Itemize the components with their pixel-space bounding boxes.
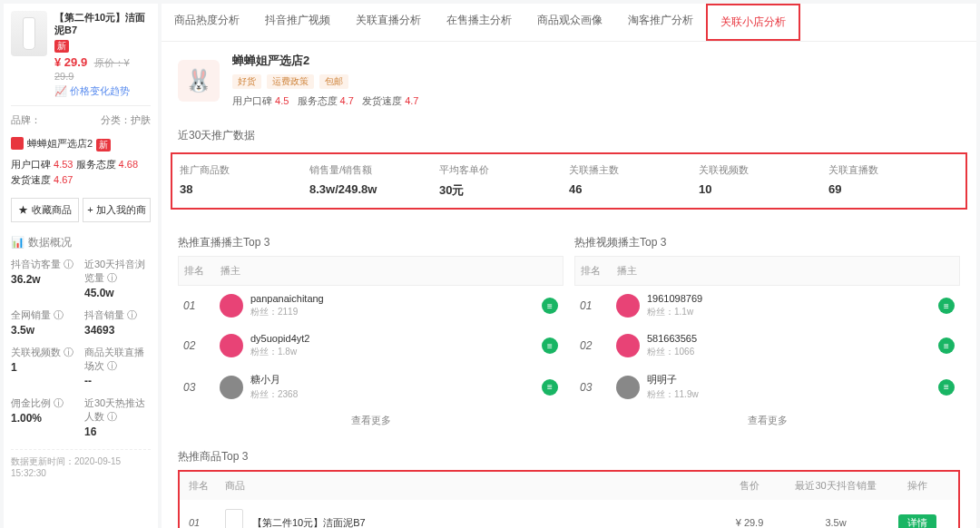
kpi-row: 推广商品数38销售量/销售额8.3w/249.8w平均客单价30元关联播主数46… bbox=[171, 152, 967, 210]
shop-icon bbox=[11, 137, 24, 150]
avatar bbox=[220, 376, 243, 399]
left-sidebar: 【第二件10元】洁面泥B7 新 ¥ 29.9 原价：¥ 29.9 📈 价格变化趋… bbox=[4, 4, 158, 528]
stat-value: 16 bbox=[84, 425, 151, 438]
go-icon[interactable]: ≡ bbox=[938, 379, 955, 396]
stat-value: 45.0w bbox=[84, 287, 151, 299]
overview-title: 📊 数据概况 bbox=[11, 235, 151, 250]
anchor-row[interactable]: 03糖小月粉丝：2368≡ bbox=[178, 366, 564, 408]
tab-4[interactable]: 商品观众画像 bbox=[524, 4, 615, 41]
avatar bbox=[220, 294, 243, 318]
store-name: 蝉蝉姐严选店2 bbox=[232, 53, 418, 69]
product-thumb bbox=[11, 11, 47, 56]
go-icon[interactable]: ≡ bbox=[542, 379, 558, 396]
stat-label: 关联视频数 ⓘ bbox=[11, 346, 77, 359]
stat-label: 佣金比例 ⓘ bbox=[11, 396, 77, 410]
shop-link[interactable]: 蝉蝉姐严选店2 新 bbox=[11, 136, 151, 152]
top-video-title: 热推视频播主Top 3 bbox=[574, 230, 960, 256]
anchor-row[interactable]: 02dy5uopid4yt2粉丝：1.8w≡ bbox=[178, 326, 564, 366]
stat-label: 近30天抖音浏览量 ⓘ bbox=[84, 258, 151, 285]
avatar bbox=[616, 334, 640, 357]
kpi-section-title: 近30天推广数据 bbox=[162, 119, 976, 147]
avatar bbox=[616, 376, 640, 399]
stat-value: 36.2w bbox=[11, 273, 77, 286]
tab-5[interactable]: 淘客推广分析 bbox=[615, 4, 706, 41]
avatar bbox=[616, 294, 640, 318]
favorite-button[interactable]: ★ 收藏商品 bbox=[11, 198, 79, 222]
goods-title: 热推商品Top 3 bbox=[178, 444, 960, 470]
avatar bbox=[220, 334, 243, 357]
tabs: 商品热度分析抖音推广视频关联直播分析在售播主分析商品观众画像淘客推广分析关联小店… bbox=[162, 4, 976, 42]
price-trend-link[interactable]: 📈 价格变化趋势 bbox=[54, 84, 151, 98]
update-time: 数据更新时间：2020-09-15 15:32:30 bbox=[11, 449, 151, 478]
stat-value: 1.00% bbox=[11, 412, 77, 425]
go-icon[interactable]: ≡ bbox=[938, 298, 955, 314]
store-tag: 包邮 bbox=[319, 74, 348, 89]
tab-1[interactable]: 抖音推广视频 bbox=[252, 4, 343, 41]
goods-thumb bbox=[225, 509, 243, 528]
product-title: 【第二件10元】洁面泥B7 bbox=[54, 11, 151, 37]
brand-label: 品牌： bbox=[11, 113, 41, 127]
tab-3[interactable]: 在售播主分析 bbox=[434, 4, 524, 41]
live-more-link[interactable]: 查看更多 bbox=[178, 408, 564, 433]
go-icon[interactable]: ≡ bbox=[542, 337, 558, 354]
tab-0[interactable]: 商品热度分析 bbox=[162, 4, 252, 41]
shop-ratings: 用户口碑 4.53 服务态度 4.68 发货速度 4.67 bbox=[11, 157, 151, 189]
stat-label: 商品关联直播场次 ⓘ bbox=[84, 346, 151, 373]
tab-6[interactable]: 关联小店分析 bbox=[706, 4, 800, 41]
product-tag: 新 bbox=[54, 40, 69, 53]
stat-value: 34693 bbox=[84, 324, 151, 337]
top-live-title: 热推直播播主Top 3 bbox=[178, 230, 564, 256]
goods-row: 01【第二件10元】洁面泥B7¥ 29.93.5w详情 bbox=[180, 500, 958, 528]
anchor-row[interactable]: 01panpanaichitang粉丝：2119≡ bbox=[178, 286, 564, 326]
stat-value: -- bbox=[84, 375, 151, 387]
anchor-row[interactable]: 03明明子粉丝：11.9w≡ bbox=[574, 366, 960, 408]
stat-label: 全网销量 ⓘ bbox=[11, 308, 77, 322]
store-card: 🐰 蝉蝉姐严选店2 好货运费政策包邮 用户口碑 4.5 服务态度 4.7 发货速… bbox=[162, 42, 976, 119]
anchor-row[interactable]: 011961098769粉丝：1.1w≡ bbox=[574, 286, 960, 326]
anchor-row[interactable]: 02581663565粉丝：1066≡ bbox=[574, 326, 960, 366]
store-avatar: 🐰 bbox=[178, 60, 220, 102]
tab-2[interactable]: 关联直播分析 bbox=[343, 4, 434, 41]
stat-label: 近30天热推达人数 ⓘ bbox=[84, 396, 151, 424]
store-tag: 运费政策 bbox=[267, 74, 314, 89]
stat-value: 1 bbox=[11, 361, 77, 374]
store-tag: 好货 bbox=[232, 74, 261, 89]
stat-value: 3.5w bbox=[11, 324, 77, 337]
go-icon[interactable]: ≡ bbox=[938, 337, 955, 354]
go-icon[interactable]: ≡ bbox=[542, 298, 558, 314]
product-price: ¥ 29.9 bbox=[54, 55, 87, 69]
add-button[interactable]: + 加入我的商 bbox=[83, 198, 151, 222]
stat-label: 抖音访客量 ⓘ bbox=[11, 258, 77, 271]
stat-label: 抖音销量 ⓘ bbox=[84, 308, 151, 322]
video-more-link[interactable]: 查看更多 bbox=[574, 408, 960, 433]
detail-button[interactable]: 详情 bbox=[898, 514, 936, 529]
